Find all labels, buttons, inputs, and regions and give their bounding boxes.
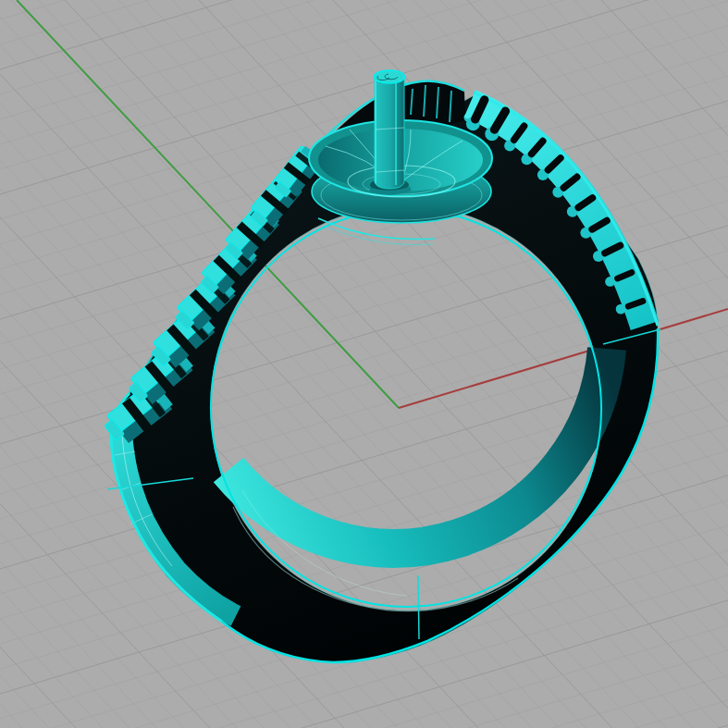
- center-peg: [370, 70, 411, 192]
- viewport-3d[interactable]: [0, 0, 728, 728]
- comb-cutout-cup: [605, 277, 615, 287]
- peg-top-cap: [375, 70, 405, 83]
- comb-cutout-cup: [616, 304, 626, 315]
- seam-line-bottom: [418, 575, 419, 639]
